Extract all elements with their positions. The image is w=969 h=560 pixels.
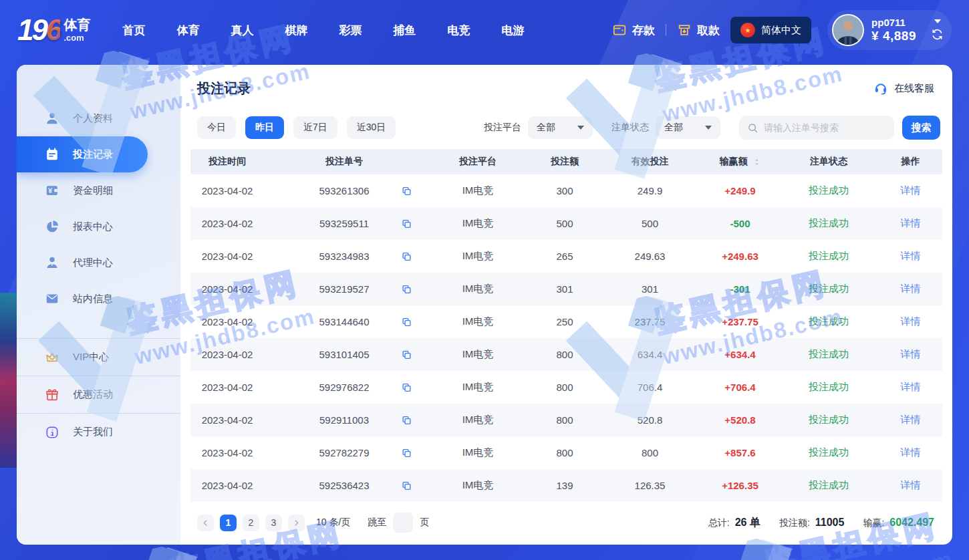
background-photo-fragment [0, 293, 17, 468]
cell-status: 投注成功 [779, 414, 879, 426]
copy-icon[interactable] [401, 283, 412, 295]
page-button-3[interactable]: 3 [265, 515, 282, 531]
order-number: 593261306 [319, 185, 369, 196]
prev-page-button[interactable] [197, 515, 214, 531]
date-tab-近30日[interactable]: 近30日 [347, 116, 396, 139]
date-tab-近7日[interactable]: 近7日 [293, 116, 337, 139]
sidebar-item-label: 站内信息 [73, 293, 113, 305]
copy-icon[interactable] [401, 218, 412, 229]
per-page-select[interactable]: 10 条/页 [316, 517, 350, 529]
nav-item-2[interactable]: 体育 [176, 23, 199, 38]
funds-icon [45, 183, 59, 198]
detail-link[interactable]: 详情 [879, 283, 942, 295]
column-header-label: 投注单号 [325, 156, 363, 168]
order-number: 592782279 [319, 447, 369, 458]
refresh-balance-icon[interactable] [931, 28, 944, 41]
cell-win-loss: +857.6 [702, 447, 779, 458]
table-row: 2023-04-02593101405IM电竞800634.4+634.4投注成… [190, 338, 942, 371]
platform-select[interactable]: 全部 [528, 116, 593, 139]
detail-link[interactable]: 详情 [879, 414, 942, 426]
detail-link[interactable]: 详情 [879, 446, 942, 459]
sidebar-item-资金明细[interactable]: 资金明细 [17, 172, 180, 208]
copy-icon[interactable] [401, 382, 412, 393]
nav-item-7[interactable]: 电竞 [447, 23, 470, 38]
report-icon [45, 219, 59, 234]
table-row: 2023-04-02592782279IM电竞800800+857.6投注成功详… [190, 436, 942, 469]
column-header-有效投注: 有效投注 [598, 156, 702, 168]
user-account-menu[interactable]: pp0711 ¥ 4,889 [827, 10, 952, 50]
sidebar-item-站内信息[interactable]: 站内信息 [17, 281, 180, 317]
brand-logo-tag: 体育 .com [63, 18, 90, 42]
next-page-button[interactable] [288, 515, 305, 531]
copy-icon[interactable] [401, 316, 412, 327]
detail-link[interactable]: 详情 [879, 315, 942, 328]
order-number: 592976822 [319, 382, 369, 393]
detail-link[interactable]: 详情 [879, 479, 942, 492]
jump-page-input[interactable] [393, 513, 413, 533]
copy-icon[interactable] [401, 447, 412, 458]
column-header-操作: 操作 [879, 156, 942, 168]
table-row: 2023-04-02593234983IM电竞265249.63+249.63投… [190, 240, 942, 273]
language-selector[interactable]: ★ 简体中文 [730, 17, 811, 43]
platform-filter-label: 投注平台 [484, 122, 521, 134]
order-number: 593259511 [319, 218, 369, 229]
nav-item-3[interactable]: 真人 [231, 23, 253, 38]
cell-bet-time: 2023-04-02 [190, 349, 264, 360]
cell-valid-bet: 301 [598, 283, 702, 295]
cell-win-loss: +706.4 [702, 382, 779, 393]
sidebar-item-个人资料[interactable]: 个人资料 [17, 100, 180, 136]
online-support-link[interactable]: 在线客服 [873, 81, 934, 96]
order-number: 592536423 [319, 480, 369, 491]
order-number: 593101405 [319, 349, 369, 360]
sidebar-item-label: VIP中心 [73, 351, 109, 364]
search-button[interactable]: 搜索 [902, 116, 940, 140]
cell-valid-bet: 249.63 [598, 251, 702, 262]
sidebar-item-label: 个人资料 [73, 112, 113, 125]
summary-win: 输赢: 6042.497 [863, 517, 934, 529]
status-select[interactable]: 全部 [656, 116, 720, 139]
sort-icon[interactable] [752, 158, 761, 166]
copy-icon[interactable] [401, 414, 412, 426]
cell-bet-time: 2023-04-02 [190, 251, 264, 262]
user-controls [931, 19, 944, 41]
sidebar-item-VIP中心[interactable]: VIP中心 [17, 338, 180, 376]
date-tab-昨日[interactable]: 昨日 [245, 116, 284, 139]
cell-platform: IM电竞 [424, 381, 531, 394]
detail-link[interactable]: 详情 [879, 217, 942, 230]
sidebar-item-优惠活动[interactable]: 优惠活动 [17, 376, 180, 413]
detail-link[interactable]: 详情 [879, 184, 942, 197]
brand-logo-number: 196 [17, 13, 60, 47]
date-tab-今日[interactable]: 今日 [197, 116, 236, 139]
nav-item-6[interactable]: 捕鱼 [393, 23, 416, 38]
copy-icon[interactable] [401, 185, 412, 196]
brand-logo[interactable]: 196 体育 .com [17, 13, 90, 47]
order-search-input[interactable] [764, 122, 886, 133]
copy-icon[interactable] [401, 251, 412, 262]
sidebar-item-投注记录[interactable]: 投注记录 [17, 136, 148, 172]
copy-icon[interactable] [401, 480, 412, 491]
sidebar-item-代理中心[interactable]: 代理中心 [17, 245, 180, 281]
detail-link[interactable]: 详情 [879, 348, 942, 361]
column-header-label: 操作 [902, 156, 920, 168]
detail-link[interactable]: 详情 [879, 381, 942, 394]
nav-item-4[interactable]: 棋牌 [285, 23, 307, 38]
sidebar-item-关于我们[interactable]: 关于我们 [17, 413, 180, 450]
cell-valid-bet: 520.8 [598, 414, 702, 426]
nav-item-8[interactable]: 电游 [501, 23, 524, 38]
cell-platform: IM电竞 [424, 250, 531, 263]
nav-item-1[interactable]: 首页 [122, 23, 145, 38]
sidebar-item-报表中心[interactable]: 报表中心 [17, 208, 180, 245]
page-button-1[interactable]: 1 [220, 515, 237, 531]
cell-order-number: 592911003 [264, 414, 424, 426]
title-row: 投注记录 在线客服 [190, 65, 942, 112]
detail-link[interactable]: 详情 [879, 250, 942, 263]
cell-bet-amount: 800 [531, 447, 598, 458]
cell-bet-time: 2023-04-02 [190, 185, 264, 196]
copy-icon[interactable] [401, 349, 412, 360]
deposit-button[interactable]: 存款 [612, 23, 655, 38]
page-unit-label: 页 [420, 517, 429, 529]
page-button-2[interactable]: 2 [243, 515, 259, 531]
nav-item-5[interactable]: 彩票 [339, 23, 362, 38]
withdraw-button[interactable]: 取款 [677, 23, 720, 38]
order-number: 593219527 [319, 283, 369, 295]
